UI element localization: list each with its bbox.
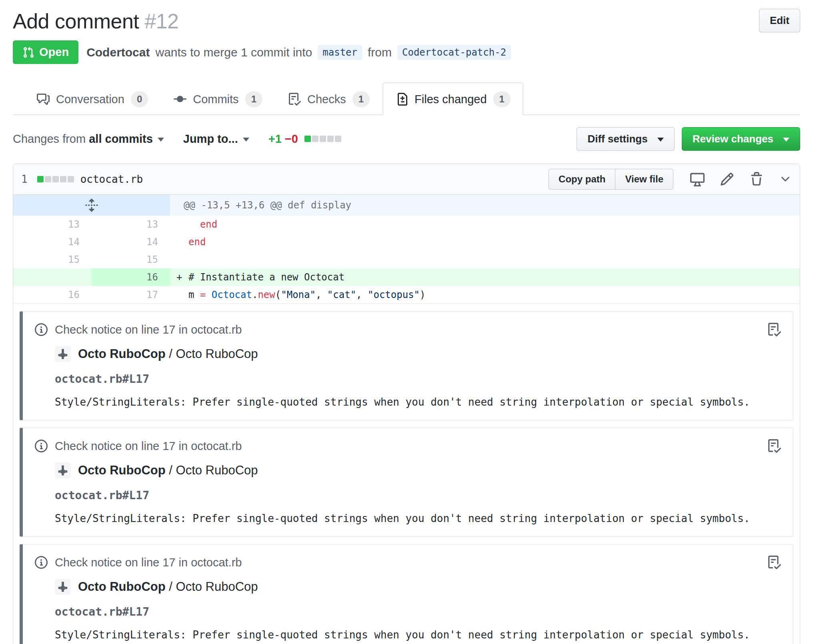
git-commit-icon <box>174 93 186 106</box>
dropdown-caret-icon <box>783 138 789 142</box>
info-icon <box>35 556 48 569</box>
info-icon <box>35 440 48 452</box>
author-link[interactable]: Codertocat <box>86 46 150 59</box>
check-notice: Check notice on line 17 in octocat.rb Oc… <box>20 311 793 420</box>
tab-commits[interactable]: Commits 1 <box>161 82 275 115</box>
tab-files-changed[interactable]: Files changed 1 <box>382 82 523 115</box>
old-line-number[interactable] <box>13 268 92 286</box>
code-line: m = Octocat.new("Mona", "cat", "octopus"… <box>170 286 800 304</box>
rich-diff-button[interactable] <box>690 172 705 186</box>
check-notice: Check notice on line 17 in octocat.rb Oc… <box>20 428 793 537</box>
tab-checks[interactable]: Checks 1 <box>275 82 382 115</box>
pr-meta: Open Codertocat wants to merge 1 commit … <box>13 40 800 64</box>
tab-label: Conversation <box>56 92 124 106</box>
collapse-file-button[interactable] <box>779 173 792 186</box>
tab-counter: 1 <box>245 91 262 107</box>
chevron-down-icon <box>779 173 792 186</box>
pr-files-changed-page: { "header": { "title": "Add comment", "n… <box>0 0 813 644</box>
notice-header-text: Check notice on line 17 in octocat.rb <box>55 556 242 569</box>
view-check-button[interactable] <box>767 439 781 453</box>
old-line-number[interactable]: 14 <box>13 233 92 251</box>
delete-file-button[interactable] <box>749 172 764 186</box>
file-diff-icon <box>395 93 408 106</box>
tab-label: Commits <box>193 92 238 106</box>
view-check-button[interactable] <box>767 323 781 336</box>
tab-conversation[interactable]: Conversation 0 <box>24 82 161 115</box>
notice-file-ref: octocat.rb#L17 <box>55 605 781 618</box>
notice-message: Style/StringLiterals: Prefer single-quot… <box>55 512 781 524</box>
edit-button[interactable]: Edit <box>759 9 800 32</box>
new-line-number[interactable]: 17 <box>92 286 170 304</box>
pencil-icon <box>720 172 734 186</box>
code-line: end <box>170 216 800 233</box>
comment-discussion-icon <box>37 93 50 106</box>
diffstat-blocks <box>304 136 341 142</box>
old-line-number[interactable]: 15 <box>13 251 92 268</box>
view-file-button[interactable]: View file <box>615 169 673 190</box>
diff-table: @@ -13,5 +13,6 @@ def display 13 13 end … <box>13 195 800 644</box>
changes-from-dropdown[interactable]: Changes from all commits <box>13 132 164 146</box>
check-notices-region: Check notice on line 17 in octocat.rb Oc… <box>13 304 800 644</box>
old-line-number[interactable]: 13 <box>13 216 92 233</box>
byline: Codertocat wants to merge 1 commit into … <box>86 45 511 60</box>
notice-file-ref: octocat.rb#L17 <box>55 372 781 386</box>
edit-file-button[interactable] <box>720 172 734 186</box>
hunk-header-text: @@ -13,5 +13,6 @@ def display <box>170 195 800 216</box>
file-diff-container: 1 octocat.rb Copy path View file <box>13 164 800 644</box>
diff-row: 15 15 <box>13 251 800 268</box>
identicon-avatar <box>55 462 71 478</box>
new-line-number[interactable]: 15 <box>92 251 170 268</box>
git-pull-request-icon <box>22 46 34 58</box>
checklist-icon <box>288 93 301 106</box>
identicon-avatar <box>55 346 71 362</box>
code-line <box>170 251 800 268</box>
tab-counter: 1 <box>352 91 370 107</box>
state-label: Open <box>39 46 69 59</box>
notice-file-ref: octocat.rb#L17 <box>55 489 781 502</box>
unfold-icon <box>84 198 99 212</box>
diff-row: 14 14 end <box>13 233 800 251</box>
diffbar: Changes from all commits Jump to... +1 −… <box>13 127 800 151</box>
byline-text: wants to merge 1 commit into <box>155 46 312 59</box>
jump-to-dropdown[interactable]: Jump to... <box>183 132 249 146</box>
tab-counter: 1 <box>493 91 511 107</box>
tab-label: Files changed <box>415 92 487 106</box>
expand-hunk-button[interactable] <box>13 195 170 216</box>
filename-link[interactable]: octocat.rb <box>80 173 143 185</box>
hunk-row: @@ -13,5 +13,6 @@ def display <box>13 195 800 216</box>
pr-tabnav: Conversation 0 Commits 1 Checks 1 Files … <box>13 82 800 115</box>
copy-path-button[interactable]: Copy path <box>549 169 615 190</box>
identicon-avatar <box>55 579 71 595</box>
notice-message: Style/StringLiterals: Prefer single-quot… <box>55 629 781 641</box>
file-header: 1 octocat.rb Copy path View file <box>13 164 800 195</box>
page-title: Add comment #12 <box>13 9 759 34</box>
new-line-number[interactable]: 14 <box>92 233 170 251</box>
file-change-count: 1 <box>21 173 28 185</box>
info-icon <box>35 323 48 336</box>
dropdown-caret-icon <box>158 138 164 142</box>
base-branch-label[interactable]: master <box>318 45 362 60</box>
state-badge: Open <box>13 40 78 64</box>
diff-settings-button[interactable]: Diff settings <box>577 127 674 151</box>
dropdown-caret-icon <box>657 138 664 142</box>
check-notice: Check notice on line 17 in octocat.rb Oc… <box>20 544 793 644</box>
review-changes-button[interactable]: Review changes <box>682 127 800 151</box>
diff-row: 13 13 end <box>13 216 800 233</box>
old-line-number[interactable]: 16 <box>13 286 92 304</box>
check-run-link[interactable]: Octo RuboCop / Octo RuboCop <box>55 346 781 362</box>
new-line-number[interactable]: 16 <box>92 268 170 286</box>
head-branch-label[interactable]: Codertocat-patch-2 <box>397 45 511 60</box>
deletions-count: −0 <box>285 132 298 146</box>
new-line-number[interactable]: 13 <box>92 216 170 233</box>
diff-row-added: 16 +# Instantiate a new Octocat <box>13 268 800 286</box>
check-run-link[interactable]: Octo RuboCop / Octo RuboCop <box>55 462 781 478</box>
check-run-link[interactable]: Octo RuboCop / Octo RuboCop <box>55 579 781 595</box>
code-line: end <box>170 233 800 251</box>
file-diffstat-blocks <box>37 176 74 182</box>
view-check-button[interactable] <box>767 556 781 569</box>
checks-icon <box>767 439 781 453</box>
tab-label: Checks <box>307 92 346 106</box>
tab-counter: 0 <box>131 91 148 107</box>
code-line: +# Instantiate a new Octocat <box>170 268 800 286</box>
device-desktop-icon <box>690 172 705 186</box>
